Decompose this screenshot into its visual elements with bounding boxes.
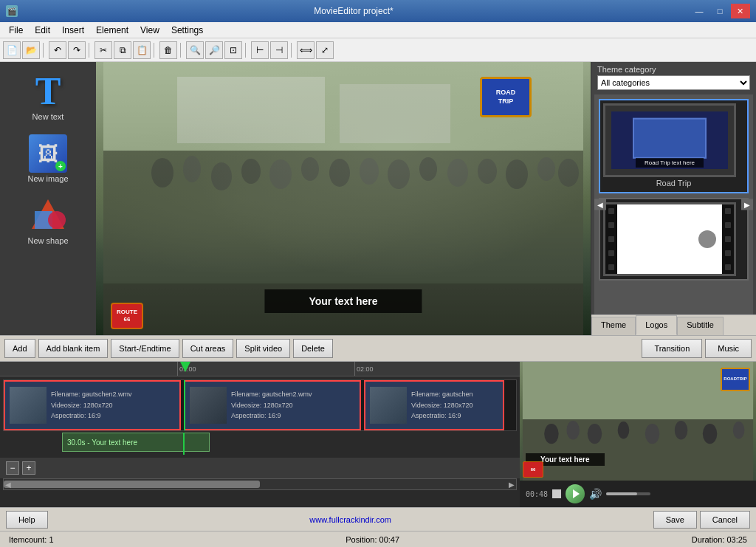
svg-point-26	[566, 421, 580, 439]
tool-new-shape[interactable]: New shape	[24, 193, 71, 248]
svg-point-29	[645, 424, 660, 444]
minimize-button[interactable]: —	[690, 4, 709, 18]
theme-preview-road-trip: Road Trip text here	[603, 103, 736, 177]
svg-point-18	[478, 159, 497, 184]
svg-point-15	[388, 159, 410, 189]
menu-settings[interactable]: Settings	[165, 24, 209, 37]
timeline-ruler: 01:00 02:00	[0, 362, 520, 376]
toolbar-sep-5	[245, 43, 248, 58]
video-clip-3[interactable]: Filename: gautschen Videosize: 1280x720 …	[364, 380, 504, 430]
text-track-playhead	[183, 433, 185, 455]
tab-subtitle[interactable]: Subtitle	[677, 317, 724, 335]
volume-slider[interactable]	[606, 492, 650, 495]
clip-info-2: Filename: gautschen2.wmv Videosize: 1280…	[231, 389, 312, 421]
toolbar-open[interactable]: 📂	[22, 41, 40, 59]
scroll-right-arrow[interactable]: ▶	[741, 199, 753, 210]
toolbar-paste[interactable]: 📋	[133, 41, 151, 59]
menu-file[interactable]: File	[3, 24, 29, 37]
delete-button[interactable]: Delete	[293, 339, 333, 358]
theme-category-select[interactable]: All categories	[597, 75, 750, 90]
watermark: www.fullcrackindir.com	[309, 515, 391, 524]
toolbar-arrows[interactable]: ⟺	[297, 41, 315, 59]
zoom-out-button[interactable]: −	[6, 461, 19, 475]
play-button[interactable]	[566, 484, 585, 503]
stop-button[interactable]	[552, 489, 561, 498]
clip-thumb-inner-1	[10, 387, 47, 424]
music-button[interactable]: Music	[705, 339, 752, 358]
tab-logos[interactable]: Logos	[636, 315, 677, 335]
add-button[interactable]: Add	[4, 339, 35, 358]
save-button[interactable]: Save	[653, 511, 697, 529]
scroll-right-indicator: ▶	[509, 481, 516, 489]
toolbar-zoom-out[interactable]: 🔎	[205, 41, 223, 59]
plus-badge: +	[55, 161, 66, 171]
text-clip[interactable]: 30.0s - Your text here	[62, 433, 210, 452]
clip-thumb-1	[10, 387, 47, 424]
transition-button[interactable]: Transition	[642, 339, 702, 358]
tool-new-text-label: New text	[32, 112, 64, 121]
toolbar-sep-6	[291, 43, 294, 58]
footer-bar: Help www.fullcrackindir.com Save Cancel	[0, 507, 756, 531]
svg-point-27	[588, 424, 602, 444]
toolbar-zoom-in[interactable]: 🔍	[186, 41, 204, 59]
scroll-left-arrow[interactable]: ◀	[594, 199, 606, 210]
zoom-in-button[interactable]: +	[22, 461, 35, 475]
toolbar-delete[interactable]: 🗑	[159, 41, 177, 59]
toolbar-redo[interactable]: ↷	[68, 41, 86, 59]
timeline-bottom-controls: − +	[0, 458, 520, 478]
svg-point-21	[558, 159, 579, 187]
timeline-scrollbar[interactable]: ◀ ▶	[3, 478, 517, 490]
menu-element[interactable]: Element	[90, 24, 134, 37]
clip-thumb-2	[190, 387, 227, 424]
clip-thumb-inner-3	[370, 387, 407, 424]
theme-item-film[interactable]	[599, 198, 749, 281]
video-clip-1[interactable]: Filename: gautschen2.wmv Videosize: 1280…	[4, 380, 181, 430]
text-overlay: Your text here	[264, 289, 422, 313]
split-video-button[interactable]: Split video	[236, 339, 290, 358]
add-blank-button[interactable]: Add blank item	[38, 339, 109, 358]
menu-bar: File Edit Insert Element View Settings	[0, 22, 756, 38]
toolbar-expand[interactable]: ⤢	[316, 41, 334, 59]
volume-icon: 🔊	[589, 488, 602, 500]
crowd-scene: ROAD TRIP Your text here ROUTE66	[96, 62, 591, 335]
text-track: 30.0s - Your text here	[3, 433, 517, 455]
menu-edit[interactable]: Edit	[29, 24, 56, 37]
theme-road-trip-label: Road Trip	[603, 177, 744, 189]
tool-new-text[interactable]: T New text	[30, 69, 67, 124]
player-preview: ROAD TRIP Your text here 66	[520, 362, 756, 481]
toolbar-cut[interactable]: ✂	[94, 41, 112, 59]
cancel-button[interactable]: Cancel	[700, 511, 750, 529]
toolbar-undo[interactable]: ↶	[49, 41, 66, 59]
player-crowd-bg: ROAD TRIP Your text here 66	[520, 362, 756, 481]
toolbar-fit[interactable]: ⊡	[224, 41, 242, 59]
theme-preview-film	[603, 202, 736, 276]
toolbar-sep-2	[89, 43, 92, 58]
clip-info-1: Filename: gautschen2.wmv Videosize: 1280…	[51, 389, 132, 421]
toolbar-new[interactable]: 📄	[3, 41, 21, 59]
video-track: Filename: gautschen2.wmv Videosize: 1280…	[3, 379, 517, 431]
tool-new-image[interactable]: 🖼 + New image	[24, 131, 71, 186]
menu-insert[interactable]: Insert	[56, 24, 90, 37]
svg-point-28	[618, 422, 630, 438]
tab-theme[interactable]: Theme	[591, 317, 636, 335]
position: Position: 00:47	[346, 535, 399, 544]
cut-areas-button[interactable]: Cut areas	[182, 339, 234, 358]
image-icon: 🖼 +	[29, 134, 67, 173]
maximize-button[interactable]: □	[710, 4, 729, 18]
toolbar-split[interactable]: ⊢	[251, 41, 269, 59]
help-button[interactable]: Help	[6, 511, 48, 529]
tools-panel: T New text 🖼 + New image New s	[0, 62, 96, 335]
toolbar-merge[interactable]: ⊣	[270, 41, 288, 59]
clip-thumb-inner-2	[190, 387, 227, 424]
zoom-controls: − +	[6, 461, 35, 475]
toolbar-copy[interactable]: ⧉	[114, 41, 131, 59]
start-end-button[interactable]: Start-/Endtime	[111, 339, 179, 358]
menu-view[interactable]: View	[134, 24, 165, 37]
theme-item-road-trip[interactable]: Road Trip text here Road Trip	[599, 99, 749, 193]
video-clip-2[interactable]: Filename: gautschen2.wmv Videosize: 1280…	[184, 380, 361, 430]
close-button[interactable]: ✕	[731, 4, 750, 18]
clip-thumb-3	[370, 387, 407, 424]
film-hole	[608, 222, 614, 228]
film-hole	[725, 264, 731, 270]
ruler-bg: 01:00 02:00	[0, 362, 520, 376]
